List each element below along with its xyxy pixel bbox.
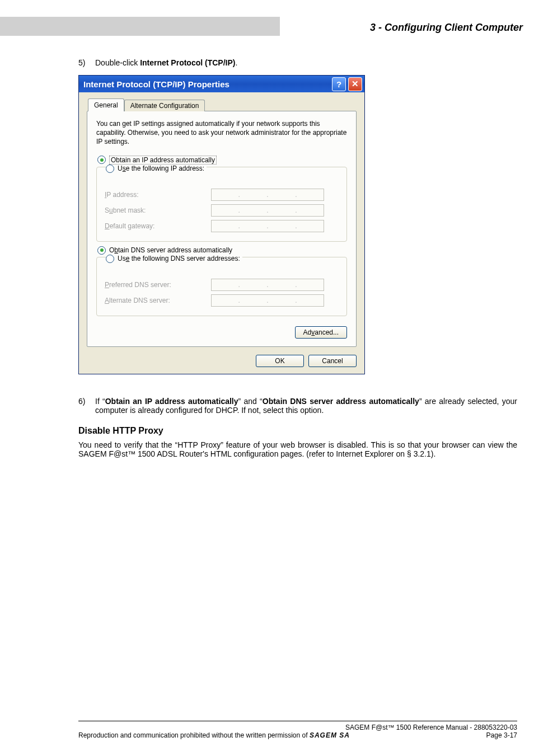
dot: . [266,281,268,289]
row-preferred-dns: Preferred DNS server: ... [105,279,339,291]
dns-group: Use the following DNS server addresses: … [96,257,347,316]
step-6-num: 6) [78,397,95,415]
tab-general[interactable]: General [88,98,124,111]
t: P address: [106,191,138,199]
label-ip-address: IP address: [105,191,211,199]
close-icon[interactable]: ✕ [348,77,362,91]
input-default-gateway: ... [211,220,324,232]
header-gray-bar [0,17,280,36]
label-subnet-mask: Subnet mask: [105,206,211,214]
section-heading: Disable HTTP Proxy [78,426,517,436]
radio-icon [106,255,114,263]
input-ip-address: ... [211,189,324,201]
step-6: 6) If “Obtain an IP address automaticall… [78,397,517,415]
t: O [109,246,114,254]
ok-button[interactable]: OK [256,355,304,367]
t: ” and “ [238,397,263,406]
label-alternate-dns: Alternate DNS server: [105,297,211,304]
t: U [118,165,123,172]
radio-obtain-ip-text: Obtain an IP address automatically [111,156,215,164]
t: Obtain DNS server address automatically [263,397,419,406]
section-para: You need to verify that the “HTTP Proxy”… [78,440,517,458]
row-default-gateway: Default gateway: ... [105,220,339,232]
row-ip-address: IP address: ... [105,189,339,201]
t: tain DNS server address automatically [118,246,232,254]
t: Us [118,255,126,262]
radio-obtain-dns-label: Obtain DNS server address automatically [109,246,232,254]
t: e the following IP address: [126,165,205,172]
radio-icon [106,165,114,173]
tcpip-properties-dialog: Internet Protocol (TCP/IP) Properties ? … [78,75,365,374]
step-5-post: . [235,58,237,67]
advanced-button[interactable]: Advanced... [295,326,347,339]
t: Obtain an IP address automatically [105,397,238,406]
radio-obtain-ip[interactable]: Obtain an IP address automatically [97,156,347,165]
dot: . [238,206,240,214]
step-5: 5) Double-click Internet Protocol (TCP/I… [78,58,517,67]
t: P [105,281,109,289]
radio-obtain-ip-label: Obtain an IP address automatically [109,156,217,165]
t: D [105,222,110,230]
t: A [105,297,109,304]
t: lternate DNS server: [109,297,170,304]
dot: . [295,206,297,214]
label-preferred-dns: Preferred DNS server: [105,281,211,289]
radio-use-dns[interactable]: Use the following DNS server addresses: [106,255,242,263]
row-subnet-mask: Subnet mask: ... [105,204,339,217]
input-preferred-dns: ... [211,279,324,291]
radio-obtain-dns[interactable]: Obtain DNS server address automatically [97,246,347,255]
radio-use-ip[interactable]: Use the following IP address: [106,165,207,173]
dot: . [295,191,297,199]
t: If “ [95,397,105,406]
dot: . [266,206,268,214]
t: efault gateway: [110,222,155,230]
tab-alternate-config[interactable]: Alternate Configuration [124,100,205,111]
dot: . [238,281,240,289]
radio-use-dns-label: Use the following DNS server addresses: [118,255,240,262]
dot: . [295,281,297,289]
input-subnet-mask: ... [211,204,324,217]
step-6-text: If “Obtain an IP address automatically” … [95,397,517,415]
step-5-bold: Internet Protocol (TCP/IP) [140,58,235,67]
t: u [109,206,113,214]
t: S [105,206,109,214]
dialog-titlebar: Internet Protocol (TCP/IP) Properties ? … [79,76,364,92]
dot: . [266,191,268,199]
step-5-pre: Double-click [95,58,140,67]
t: the following DNS server addresses: [129,255,240,262]
dot: . [266,222,268,230]
dot: . [238,191,240,199]
tabs: General Alternate Configuration [88,100,357,111]
dot: . [295,222,297,230]
dot: . [238,297,240,304]
tab-panel: You can get IP settings assigned automat… [87,111,357,347]
t: Ad [303,328,312,336]
help-icon[interactable]: ? [332,77,346,91]
t: referred DNS server: [109,281,171,289]
step-5-text: Double-click Internet Protocol (TCP/IP). [95,58,517,67]
dialog-description: You can get IP settings assigned automat… [96,119,347,147]
dot: . [266,297,268,304]
dialog-title: Internet Protocol (TCP/IP) Properties [83,79,229,89]
label-default-gateway: Default gateway: [105,222,211,230]
t: bnet mask: [113,206,146,214]
ip-group: Use the following IP address: IP address… [96,167,347,242]
cancel-button[interactable]: Cancel [308,355,357,367]
radio-icon [97,246,106,255]
page-header-title: 3 - Configuring Client Computer [280,17,534,36]
radio-use-ip-label: Use the following IP address: [118,165,204,172]
radio-icon [97,156,106,164]
page-header: 3 - Configuring Client Computer [0,17,534,36]
step-5-num: 5) [78,58,95,67]
dot: . [295,297,297,304]
dot: . [238,222,240,230]
input-alternate-dns: ... [211,294,324,307]
t: anced... [315,328,339,336]
row-alternate-dns: Alternate DNS server: ... [105,294,339,307]
